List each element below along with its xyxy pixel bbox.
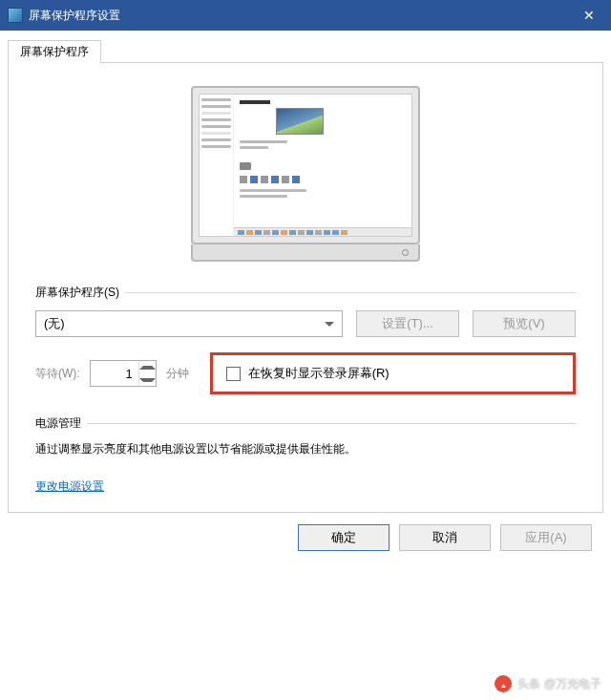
preview-button[interactable]: 预览(V) (473, 310, 576, 337)
chevron-down-icon (139, 378, 156, 382)
titlebar: 屏幕保护程序设置 ✕ (0, 0, 611, 31)
tab-strip: 屏幕保护程序 (8, 38, 603, 63)
tab-screensaver[interactable]: 屏幕保护程序 (8, 40, 101, 63)
wait-label: 等待(W): (35, 366, 80, 382)
resume-logon-label: 在恢复时显示登录屏幕(R) (248, 365, 390, 382)
highlight-box: 在恢复时显示登录屏幕(R) (210, 352, 576, 394)
watermark-text: 头条 @万光电子 (517, 676, 601, 692)
close-button[interactable]: ✕ (567, 0, 611, 31)
wait-up-button[interactable] (139, 361, 156, 373)
watermark-icon (495, 675, 512, 692)
wait-unit: 分钟 (166, 366, 189, 382)
wait-spinner[interactable] (90, 360, 157, 387)
wait-row: 等待(W): 分钟 在恢复时显示登录屏幕(R) (35, 352, 576, 394)
wait-input[interactable] (91, 361, 138, 386)
power-description: 通过调整显示亮度和其他电源设置以节省能源或提供最佳性能。 (35, 441, 576, 457)
chevron-up-icon (139, 366, 156, 370)
power-heading: 电源管理 (35, 415, 576, 432)
watermark: 头条 @万光电子 (495, 675, 601, 692)
preview-area (35, 86, 576, 262)
resume-logon-checkbox[interactable] (226, 367, 241, 381)
change-power-link[interactable]: 更改电源设置 (35, 479, 104, 493)
power-indicator-icon (402, 249, 409, 256)
monitor-preview (191, 86, 420, 262)
settings-button[interactable]: 设置(T)... (356, 310, 459, 337)
app-icon (8, 8, 23, 23)
screensaver-row: (无) 设置(T)... 预览(V) (35, 310, 576, 337)
dialog-footer: 确定 取消 应用(A) (8, 513, 603, 564)
apply-button[interactable]: 应用(A) (500, 524, 592, 551)
chevron-down-icon (325, 322, 334, 327)
tab-panel: 屏幕保护程序(S) (无) 设置(T)... 预览(V) 等待(W): 分钟 (8, 63, 603, 513)
window-title: 屏幕保护程序设置 (29, 8, 567, 24)
screensaver-heading: 屏幕保护程序(S) (35, 285, 576, 301)
cancel-button[interactable]: 取消 (399, 524, 491, 551)
wait-down-button[interactable] (139, 373, 156, 386)
screensaver-select-value: (无) (44, 315, 65, 332)
screensaver-select[interactable]: (无) (35, 310, 343, 337)
ok-button[interactable]: 确定 (298, 524, 390, 551)
dialog-body: 屏幕保护程序 (0, 31, 611, 564)
